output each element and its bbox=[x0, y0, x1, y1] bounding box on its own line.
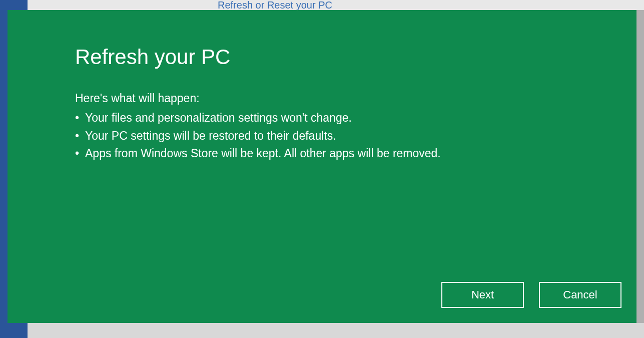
background-bottom-bar bbox=[28, 323, 644, 338]
background-header-text: Refresh or Reset your PC bbox=[218, 0, 332, 10]
bullet-item: Your PC settings will be restored to the… bbox=[75, 127, 569, 145]
background-header: Refresh or Reset your PC bbox=[28, 0, 644, 10]
modal-title: Refresh your PC bbox=[75, 45, 569, 69]
next-button[interactable]: Next bbox=[441, 282, 524, 308]
bullet-item: Apps from Windows Store will be kept. Al… bbox=[75, 145, 569, 163]
cancel-button[interactable]: Cancel bbox=[539, 282, 621, 308]
modal-intro-text: Here's what will happen: bbox=[75, 92, 569, 105]
refresh-pc-modal: Refresh your PC Here's what will happen:… bbox=[8, 10, 636, 323]
bullet-item: Your files and personalization settings … bbox=[75, 109, 569, 127]
bullet-list: Your files and personalization settings … bbox=[75, 109, 569, 163]
button-row: Next Cancel bbox=[441, 282, 621, 308]
